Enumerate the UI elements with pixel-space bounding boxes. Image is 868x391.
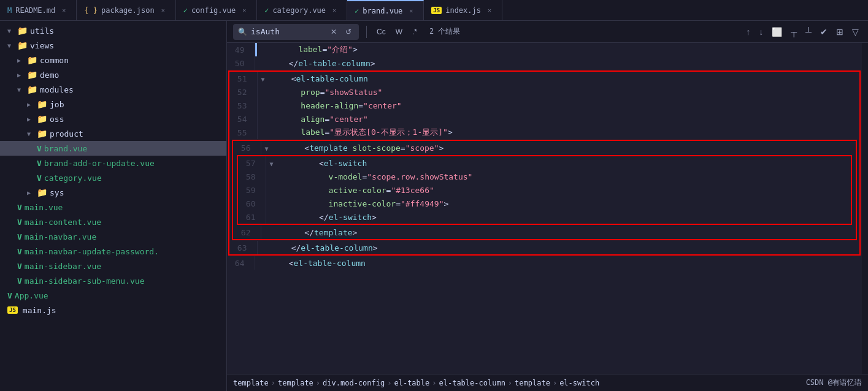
sidebar-item-common[interactable]: ▶ 📁 common [0,53,226,67]
line-content: prop="showStatus" [275,85,859,99]
folder-icon: 📁 [17,26,28,36]
tab-category-close[interactable]: ✕ [329,6,339,15]
js-icon: JS [431,7,442,14]
breadcrumb-div[interactable]: div.mod-config [323,379,385,387]
breadcrumb-template3[interactable]: template [515,379,550,387]
sidebar-item-main-navbar[interactable]: V main-navbar.vue [0,229,226,244]
table-row: 60 inactive-color="#ff4949"> [238,197,851,210]
prev-result-button[interactable]: ↑ [743,26,753,38]
folder-icon: 📁 [17,40,28,50]
option3-button[interactable]: ✔ [817,26,831,38]
line-number: 51 [229,72,257,85]
vue-file-icon: V [37,173,42,183]
line-content: <el-switch [284,156,851,170]
option1-button[interactable]: ┬ [788,26,800,38]
sidebar-item-oss[interactable]: ▶ 📁 oss [0,112,226,126]
option4-button[interactable]: ⊞ [833,26,847,38]
code-editor[interactable]: 49 label="介绍"> 50 </el-table-column> [227,43,862,374]
sidebar-item-sys[interactable]: ▶ 📁 sys [0,185,226,200]
table-row: 64 <el-table-column [227,256,862,270]
breadcrumb-sep: › [432,379,436,387]
clear-search-button[interactable]: ✕ [328,26,339,37]
next-result-button[interactable]: ↓ [756,26,766,38]
sidebar-item-modules[interactable]: ▼ 📁 modules [0,82,226,97]
vue-file-icon: V [17,203,22,212]
tab-category[interactable]: ✓ category.vue ✕ [257,0,347,20]
toggle-view-button[interactable]: ⬜ [769,26,785,38]
breadcrumb-template2[interactable]: template [278,379,313,387]
search-bar: 🔍 ✕ ↺ Cc W .* 2 个结果 ↑ ↓ ⬜ ┬ ┴ ✔ ⊞ ▽ [227,21,868,43]
tab-index-close[interactable]: ✕ [485,6,494,15]
tab-config-close[interactable]: ✕ [239,6,249,15]
chevron-icon: ▶ [17,72,25,78]
tab-package-close[interactable]: ✕ [158,6,168,15]
tab-category-label: category.vue [272,6,326,15]
sidebar-item-label: product [50,129,83,139]
tab-package[interactable]: { } package.json ✕ [77,0,175,20]
table-row: 52 prop="showStatus" [229,85,859,99]
search-history-button[interactable]: ↺ [343,26,354,37]
line-number: 57 [238,156,266,170]
breadcrumb-sep: › [316,379,320,387]
sidebar-item-main-content[interactable]: V main-content.vue [0,214,226,229]
tab-index[interactable]: JS index.js ✕ [424,0,502,20]
chevron-icon: ▼ [7,42,15,49]
code-table: 49 label="介绍"> 50 </el-table-column> [227,43,862,270]
line-gutter [257,85,275,99]
folder-icon: 📁 [27,85,37,94]
sidebar-item-main-navbar-pwd[interactable]: V main-navbar-update-password. [0,244,226,259]
sidebar-item-utils[interactable]: ▼ 📁 utils [0,23,226,38]
tab-config[interactable]: ✓ config.vue ✕ [176,0,257,20]
tab-config-label: config.vue [191,6,236,15]
search-input[interactable] [251,27,325,36]
tab-readme-close[interactable]: ✕ [59,6,69,15]
line-number: 64 [227,256,255,270]
breadcrumb-el-table[interactable]: el-table [394,379,429,387]
tab-brand[interactable]: ✓ brand.vue ✕ [347,0,424,20]
sidebar-item-main-sidebar[interactable]: V main-sidebar.vue [0,259,226,273]
sidebar-item-label: demo [40,70,59,80]
sidebar-item-main-sidebar-sub[interactable]: V main-sidebar-sub-menu.vue [0,273,226,288]
filter-button[interactable]: ▽ [849,26,862,38]
table-row: 58 v-model="scope.row.showStatus" [238,170,851,183]
breadcrumb-el-switch[interactable]: el-switch [559,379,599,387]
breadcrumb-sep: › [553,379,557,387]
search-input-wrap[interactable]: 🔍 ✕ ↺ [233,24,359,40]
sidebar-item-product[interactable]: ▼ 📁 product [0,126,226,141]
table-row: 49 label="介绍"> [227,43,862,56]
sidebar-item-app-vue[interactable]: V App.vue [0,288,226,303]
sidebar-item-brand-add[interactable]: V brand-add-or-update.vue [0,156,226,170]
sidebar-item-label: common [40,56,69,65]
folder-icon: 📁 [37,188,47,197]
line-content: <template slot-scope="scope"> [279,141,856,154]
breadcrumb-template1[interactable]: template [233,379,269,387]
line-content: label="显示状态[0-不显示；1-显示]"> [275,126,859,139]
md-icon: M [7,6,12,15]
sidebar-item-main-js[interactable]: JS main.js [0,303,226,317]
vue-file-icon: V [17,262,22,271]
sidebar-item-views[interactable]: ▼ 📁 views [0,38,226,53]
match-whole-word-button[interactable]: W [393,26,405,37]
match-case-button[interactable]: Cc [374,26,388,37]
folder-icon: 📁 [27,55,37,65]
file-tree: ▼ 📁 utils ▼ 📁 views ▶ 📁 common ▶ 📁 demo [0,21,227,391]
table-row: 59 active-color="#13ce66" [238,183,851,197]
breadcrumb-el-table-column[interactable]: el-table-column [439,379,505,387]
sidebar-item-label: main-sidebar.vue [25,262,101,271]
sidebar-item-job[interactable]: ▶ 📁 job [0,97,226,112]
tab-brand-close[interactable]: ✕ [406,6,416,16]
vue-file-icon: V [7,291,12,300]
line-number: 62 [233,226,261,239]
sidebar-item-brand-vue[interactable]: V brand.vue [0,141,226,156]
sidebar-item-category-vue[interactable]: V category.vue [0,170,226,185]
chevron-icon: ▼ [27,131,34,137]
sidebar-item-demo[interactable]: ▶ 📁 demo [0,67,226,82]
regex-button[interactable]: .* [410,26,420,37]
vue-file-icon: V [17,218,22,227]
sidebar-item-main-vue[interactable]: V main.vue [0,200,226,214]
line-gutter [255,256,273,270]
option2-button[interactable]: ┴ [802,26,815,38]
line-content: </el-table-column> [275,241,859,254]
sidebar-item-label: views [30,41,54,50]
tab-readme[interactable]: M README.md ✕ [0,0,77,20]
